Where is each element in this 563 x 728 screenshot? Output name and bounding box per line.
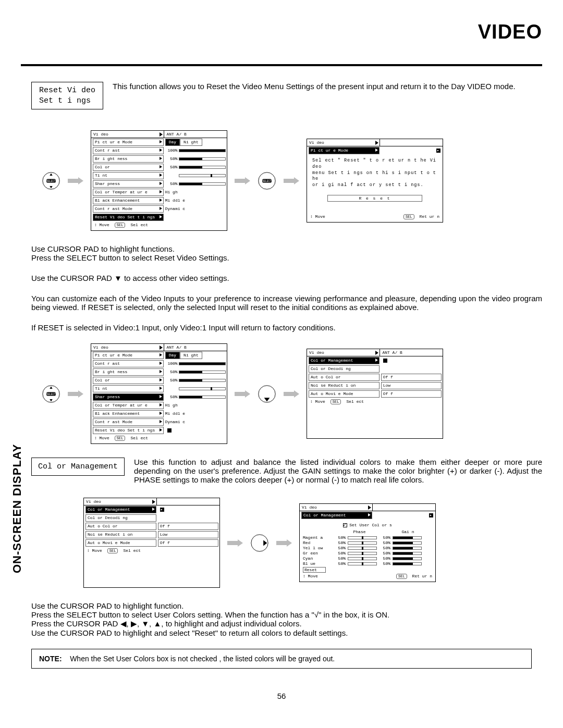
- reset-video-description: This function allows you to Reset the Vi…: [113, 82, 542, 109]
- svg-text:SELECT: SELECT: [46, 392, 56, 395]
- svg-marker-14: [50, 386, 52, 389]
- osd-user-colors: Vi deo Col or Management▸ Set User Col o…: [299, 503, 436, 582]
- flow-arrow-icon: [68, 389, 83, 399]
- cursor-pad-select-icon: SELECT: [258, 171, 276, 190]
- instruction-text: You can customize each of the Video Inpu…: [31, 294, 542, 312]
- flow-arrow-icon: [284, 389, 299, 399]
- svg-text:SELECT: SELECT: [46, 179, 56, 182]
- flow-arrow-icon: [68, 176, 83, 186]
- osd-color-management-menu-2: Vi deo Col or Management▸ Col or Decodi …: [83, 498, 220, 588]
- note-box: NOTE: When the Set User Colors box is no…: [31, 649, 532, 669]
- flow-arrow-icon: [284, 176, 299, 186]
- flow-arrow-icon: [235, 389, 250, 399]
- svg-marker-5: [68, 177, 83, 184]
- page-title: VIDEO: [21, 21, 542, 43]
- cursor-pad-icon: SELECT: [42, 171, 60, 190]
- svg-marker-6: [235, 177, 250, 184]
- cursor-pad-icon: SELECT: [42, 385, 60, 403]
- instruction-text: Use the CURSOR PAD to highlight function…: [31, 601, 542, 637]
- svg-marker-16: [68, 390, 83, 398]
- instruction-text: Use CURSOR PAD to highlight functions. P…: [31, 244, 542, 262]
- svg-marker-17: [235, 390, 250, 398]
- cursor-pad-down-icon: [258, 385, 276, 403]
- color-management-label: Col or Management: [31, 458, 125, 476]
- svg-marker-20: [284, 390, 299, 398]
- svg-marker-3: [50, 173, 52, 176]
- svg-marker-21: [227, 539, 243, 547]
- svg-marker-10: [284, 177, 299, 184]
- reset-video-settings-label: Reset Vi deo Set t i ngs: [31, 82, 103, 109]
- flow-arrow-icon: [227, 538, 243, 548]
- color-management-description: Use this function to adjust and balance …: [134, 458, 542, 484]
- osd-video-menu-2: Vi deo ANT A/ B Pi ct ur e ModeDayNi ght…: [91, 343, 227, 444]
- svg-marker-4: [50, 186, 52, 188]
- sidebar-title: ON-SCREEN DISPLAY: [10, 427, 24, 573]
- svg-marker-15: [50, 399, 52, 401]
- instruction-text: If RESET is selected in Video:1 Input, o…: [31, 323, 542, 332]
- svg-text:SELECT: SELECT: [262, 179, 272, 182]
- flow-arrow-icon: [235, 176, 250, 186]
- osd-reset-button[interactable]: R e s e t: [327, 195, 422, 202]
- cursor-pad-right-icon: [250, 534, 269, 552]
- svg-marker-19: [264, 398, 270, 401]
- osd-reset-dialog: Vi deo Pi ct ur e Mode▸ Sel ect " Reset …: [307, 139, 443, 223]
- svg-marker-23: [263, 540, 267, 546]
- flow-arrow-icon: [276, 538, 292, 548]
- osd-video-menu: Vi deo ANT A/ B Pi ct ur e ModeDayNi ght…: [91, 130, 227, 231]
- instruction-text: Use the CURSOR PAD ▼ to access other vid…: [31, 274, 542, 282]
- osd-color-management-menu: Vi deo ANT A/ B Col or Management Col or…: [307, 349, 443, 439]
- page-number: 56: [21, 692, 542, 700]
- page-subrule: [21, 66, 542, 66]
- svg-marker-24: [276, 539, 292, 547]
